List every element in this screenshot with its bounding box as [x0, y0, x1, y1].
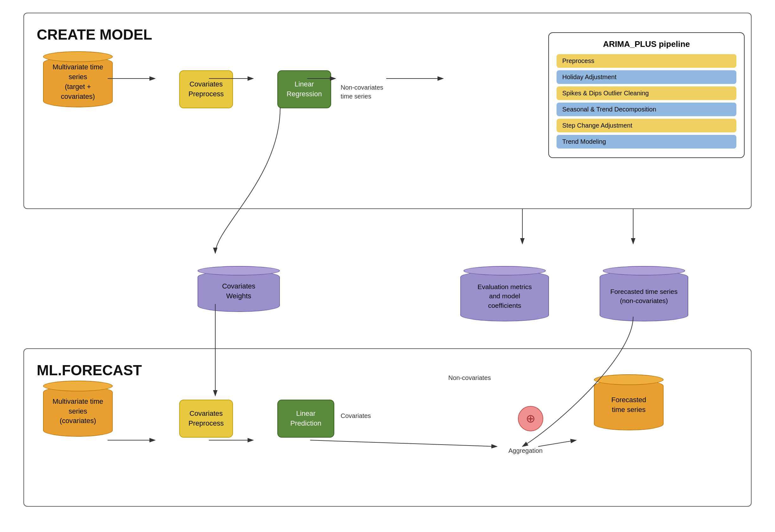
- pipeline-seasonal: Seasonal & Trend Decomposition: [557, 103, 736, 116]
- cyl-top: [603, 266, 685, 276]
- pipeline-step: Step Change Adjustment: [557, 119, 736, 132]
- cyl-body: Forecasted time series(non-covariates): [600, 271, 688, 322]
- arima-title: ARIMA_PLUS pipeline: [557, 39, 736, 49]
- create-model-box: CREATE MODEL Multivariate time series(ta…: [23, 13, 752, 209]
- eval-metrics-label: Evaluation metricsand modelcoefficients: [478, 282, 532, 310]
- multivariate-ts-label: Multivariate time series(target + covari…: [49, 62, 107, 101]
- cyl-top: [197, 266, 280, 276]
- covariates-weights-cylinder: CovariatesWeights: [197, 266, 280, 312]
- ml-forecast-box: ML.FORECAST Multivariate time series(cov…: [23, 348, 752, 507]
- forecasted-ts-cylinder: Forecastedtime series: [594, 374, 664, 430]
- eval-metrics-cylinder: Evaluation metricsand modelcoefficients: [460, 266, 549, 322]
- covariates-preprocess-box: CovariatesPreprocess: [179, 70, 233, 108]
- linear-prediction-label: LinearPrediction: [290, 409, 321, 429]
- main-container: CREATE MODEL Multivariate time series(ta…: [23, 13, 752, 507]
- linear-prediction-box: LinearPrediction: [277, 400, 334, 438]
- cyl-body: Multivariate time series(covariates): [43, 386, 113, 437]
- cyl-top: [594, 374, 664, 385]
- cyl-top: [43, 51, 113, 62]
- plus-circle: ⊕: [518, 406, 543, 431]
- covariates-preprocess-bottom-box: CovariatesPreprocess: [179, 400, 233, 438]
- pipeline-trend: Trend Modeling: [557, 135, 736, 148]
- multivariate-ts-cov-cylinder: Multivariate time series(covariates): [43, 381, 113, 437]
- non-covariates-label: Non-covariatestime series: [340, 83, 383, 101]
- cyl-top: [464, 266, 546, 276]
- forecasted-ts-label: Forecastedtime series: [611, 395, 646, 415]
- forecasted-ts-noncov-cylinder: Forecasted time series(non-covariates): [600, 266, 688, 322]
- multivariate-ts-cylinder: Multivariate time series(target + covari…: [43, 51, 113, 107]
- pipeline-spikes: Spikes & Dips Outlier Cleaning: [557, 86, 736, 100]
- arima-box: ARIMA_PLUS pipeline Preprocess Holiday A…: [548, 32, 745, 158]
- multivariate-ts-cov-label: Multivariate time series(covariates): [49, 397, 107, 426]
- forecasted-ts-noncov-label: Forecasted time series(non-covariates): [610, 287, 678, 306]
- cyl-body: Evaluation metricsand modelcoefficients: [460, 271, 549, 322]
- cyl-body: Multivariate time series(target + covari…: [43, 57, 113, 107]
- cyl-body: Forecastedtime series: [594, 380, 664, 430]
- aggregation-label: Aggregation: [509, 447, 543, 454]
- linear-regression-label: LinearRegression: [286, 79, 322, 99]
- cyl-body: CovariatesWeights: [197, 271, 280, 312]
- cov-weights-label: CovariatesWeights: [222, 282, 255, 301]
- covariates-preprocess-label: CovariatesPreprocess: [188, 79, 223, 99]
- linear-regression-box: LinearRegression: [277, 70, 331, 108]
- middle-section: CovariatesWeights Evaluation metricsand …: [23, 260, 752, 348]
- pipeline-preprocess: Preprocess: [557, 54, 736, 68]
- cov-preprocess-bottom-label: CovariatesPreprocess: [188, 409, 223, 429]
- covariates-bottom-label: Covariates: [340, 412, 371, 420]
- plus-icon: ⊕: [526, 412, 535, 425]
- non-covariates-bottom-label: Non-covariates: [448, 374, 491, 382]
- pipeline-holiday: Holiday Adjustment: [557, 70, 736, 84]
- cyl-top: [43, 381, 113, 391]
